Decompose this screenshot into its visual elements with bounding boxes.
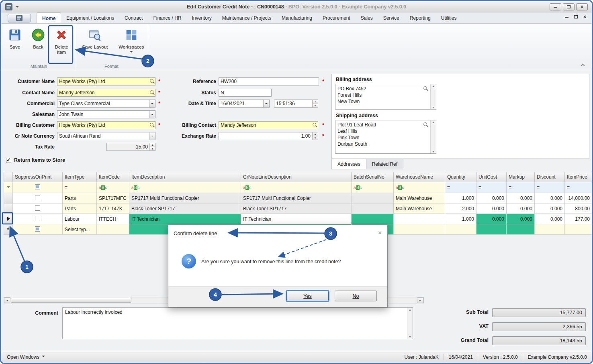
scrollbar[interactable]: [430, 120, 436, 153]
cell-warehouse[interactable]: [394, 224, 445, 235]
spinner-control[interactable]: ▲▼: [312, 132, 318, 140]
filter-batchserialno[interactable]: aBc: [352, 182, 394, 193]
cell-item-description[interactable]: SP1717 Multi Functional Copier: [129, 193, 241, 203]
filter-quantity[interactable]: =: [445, 182, 476, 193]
column-header-batchserialno[interactable]: BatchSerialNo: [352, 172, 394, 182]
cell-unit-cost[interactable]: [476, 224, 507, 235]
column-header-itemprice[interactable]: ItemPrice: [565, 172, 592, 182]
cell-item-type[interactable]: Labour: [63, 214, 97, 224]
back-button[interactable]: Back: [27, 27, 49, 62]
tab-related-ref[interactable]: Related Ref: [366, 159, 403, 169]
grid-row[interactable]: Parts SP1717MFC SP1717 Multi Functional …: [4, 193, 592, 203]
cell-warehouse[interactable]: Main Warehouse: [394, 193, 445, 203]
column-header-crnotelinedescription[interactable]: CrNoteLineDescription: [241, 172, 352, 182]
cell-quantity[interactable]: 1.000: [445, 214, 476, 224]
cell-unit-cost[interactable]: 0.000: [476, 203, 507, 214]
mdi-restore-icon[interactable]: [574, 15, 578, 18]
scrollbar[interactable]: [407, 308, 413, 339]
checkbox[interactable]: [35, 216, 40, 221]
filter-itemcode[interactable]: aBc: [97, 182, 129, 193]
column-header-warehousename[interactable]: WarehouseName: [394, 172, 445, 182]
chevron-down-icon[interactable]: [149, 111, 155, 118]
cell-item-type[interactable]: Parts: [63, 193, 97, 203]
spinner-control[interactable]: ▲▼: [149, 143, 155, 150]
indeterminate-checkbox[interactable]: [35, 226, 40, 232]
indeterminate-checkbox[interactable]: [35, 184, 40, 189]
scrollbar[interactable]: [430, 84, 436, 109]
cell-item-price[interactable]: 177.00: [565, 214, 592, 224]
column-header-unitcost[interactable]: UnitCost: [476, 172, 507, 182]
spinner-control[interactable]: ▲▼: [312, 100, 318, 107]
column-header-quantity[interactable]: Quantity: [445, 172, 476, 182]
date-field[interactable]: 16/04/2021: [219, 100, 270, 108]
cell-unit-cost[interactable]: 0.000: [476, 193, 507, 203]
currency-select[interactable]: South African Rand: [57, 132, 155, 140]
tax-rate-field[interactable]: 15.00 ▲▼: [106, 143, 155, 151]
save-button[interactable]: Save: [4, 27, 26, 62]
cell-item-code[interactable]: SP1717MFC: [97, 193, 129, 203]
chevron-down-icon[interactable]: [149, 100, 155, 107]
filter-discount[interactable]: =: [535, 182, 565, 193]
lookup-icon[interactable]: [312, 122, 318, 128]
tab-contract[interactable]: Contract: [119, 12, 148, 23]
maximize-button[interactable]: [563, 3, 575, 10]
cell-item-price[interactable]: [565, 224, 592, 235]
time-field[interactable]: 15:51:36 ▲▼: [274, 100, 318, 108]
cell-crnote-description[interactable]: IT Technician: [241, 214, 352, 224]
tab-procurement[interactable]: Procurement: [317, 12, 356, 23]
cell-markup[interactable]: [507, 224, 535, 235]
cell-unit-cost[interactable]: 0.000: [476, 214, 507, 224]
save-layout-button[interactable]: Save Layout: [78, 27, 112, 62]
cell-suppress[interactable]: [13, 214, 63, 224]
cell-discount[interactable]: 0.000: [535, 203, 565, 214]
application-menu-button[interactable]: [8, 14, 31, 22]
no-button[interactable]: No: [335, 291, 377, 301]
cell-markup[interactable]: 0.000: [507, 203, 535, 214]
cell-quantity[interactable]: 2.000: [445, 203, 476, 214]
filter-suppressonprint[interactable]: [13, 182, 63, 193]
tab-inventory[interactable]: Inventory: [186, 12, 217, 23]
return-items-checkbox[interactable]: [6, 158, 11, 163]
cell-item-description[interactable]: IT Technician: [129, 214, 241, 224]
cell-batch-serial[interactable]: [352, 203, 394, 214]
cell-item-code[interactable]: ITTECH: [97, 214, 129, 224]
mdi-close-icon[interactable]: ×: [583, 15, 586, 19]
billing-customer-field[interactable]: Hope Works (Pty) Ltd: [57, 121, 155, 129]
cell-quantity[interactable]: [445, 224, 476, 235]
column-header-itemtype[interactable]: ItemType: [63, 172, 97, 182]
lookup-icon[interactable]: [149, 122, 155, 128]
column-header-markup[interactable]: Markup: [507, 172, 535, 182]
yes-button[interactable]: Yes: [286, 291, 329, 301]
quick-access-caret-icon[interactable]: [16, 6, 19, 9]
tab-manufacturing[interactable]: Manufacturing: [276, 12, 317, 23]
cell-item-code[interactable]: 1717-147K: [97, 203, 129, 214]
reference-field[interactable]: HW200: [219, 77, 319, 85]
status-field[interactable]: N: [219, 89, 272, 97]
filter-itemprice[interactable]: =: [565, 182, 592, 193]
tab-utilities[interactable]: Utilities: [436, 12, 462, 23]
lookup-icon[interactable]: [149, 89, 155, 96]
billing-address-box[interactable]: PO Box 7452 Forest Hills New Town: [335, 84, 436, 110]
grid-row[interactable]: Parts 1717-147K Black Toner SP1717 Black…: [4, 203, 592, 214]
collapse-ribbon-button[interactable]: [580, 63, 585, 67]
tab-service[interactable]: Service: [378, 12, 405, 23]
title-bar[interactable]: Edit Customer Credit Note - : CN0000148 …: [1, 1, 592, 12]
scrollbar-thumb[interactable]: [11, 298, 131, 303]
column-header-suppressonprint[interactable]: SuppressOnPrint: [13, 172, 63, 182]
close-button[interactable]: ×: [576, 3, 588, 10]
scroll-right-icon[interactable]: ►: [417, 297, 423, 303]
lookup-icon[interactable]: [423, 85, 429, 92]
cell-quantity[interactable]: 1.000: [445, 193, 476, 203]
workspaces-button[interactable]: Workspaces: [115, 27, 148, 62]
billing-contact-field[interactable]: Mandy Jefferson: [219, 121, 318, 129]
checkbox[interactable]: [35, 205, 40, 211]
mdi-minimize-icon[interactable]: [565, 16, 568, 18]
tab-home[interactable]: Home: [37, 12, 61, 23]
cell-crnote-description[interactable]: Black Toner SP1717: [241, 203, 352, 214]
cell-item-code[interactable]: [97, 224, 129, 235]
tab-sales[interactable]: Sales: [356, 12, 378, 23]
current-row-indicator[interactable]: [4, 214, 13, 224]
grid-row-selected[interactable]: Labour ITTECH IT Technician IT Technicia…: [4, 214, 592, 224]
cell-discount[interactable]: 0.000: [535, 193, 565, 203]
tab-reporting[interactable]: Reporting: [405, 12, 436, 23]
